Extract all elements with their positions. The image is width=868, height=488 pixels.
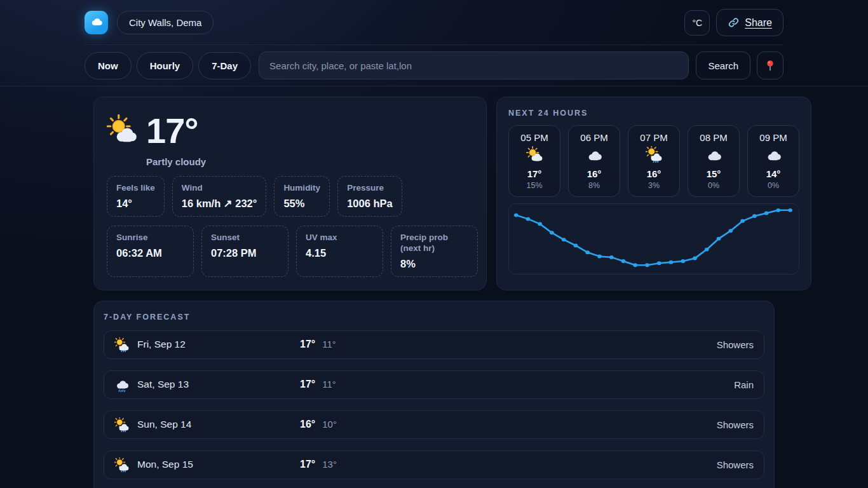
- sun-behind-rain-cloud-icon: [114, 337, 129, 352]
- cloud-icon: [90, 15, 104, 31]
- brand: City Walls, Dema: [85, 11, 214, 34]
- day-summary: Rain: [373, 379, 754, 390]
- next-24-hours-title: NEXT 24 HOURS: [508, 109, 799, 118]
- hour-chip: 07 PM 16° 3%: [628, 125, 680, 197]
- stat-feels-like: Feels like 14°: [107, 176, 165, 217]
- tab-now[interactable]: Now: [85, 52, 132, 79]
- hour-chip: 08 PM 15° 0%: [688, 125, 740, 197]
- high-temp: 16°: [300, 419, 315, 430]
- tab-hourly[interactable]: Hourly: [137, 52, 194, 79]
- low-temp: 11°: [322, 379, 336, 390]
- stat-humidity: Humidity 55%: [274, 176, 330, 217]
- stat-wind: Wind 16 km/h ↗ 232°: [172, 176, 267, 217]
- sun-behind-rain-cloud-icon: [114, 417, 129, 432]
- cloud-icon: [750, 146, 796, 165]
- tab-7day[interactable]: 7-Day: [198, 52, 251, 79]
- current-condition-text: Partly cloudy: [146, 156, 473, 167]
- seven-day-forecast-card: 7-DAY FORECAST Fri, Sep 12 17° 11° Showe…: [93, 301, 775, 488]
- forecast-row-fri: Fri, Sep 12 17° 11° Showers: [104, 330, 764, 359]
- round-pushpin-icon: [764, 59, 776, 72]
- stat-sunrise: Sunrise 06:32 AM: [107, 226, 194, 277]
- rain-cloud-icon: [114, 377, 129, 392]
- link-icon: [728, 17, 740, 29]
- forecast-row-sun: Sun, Sep 14 16° 10° Showers: [104, 410, 764, 439]
- search-input[interactable]: [259, 51, 689, 79]
- forecast-row-sat: Sat, Sep 13 17° 11° Rain: [104, 370, 764, 399]
- low-temp: 13°: [322, 459, 337, 470]
- day-summary: Showers: [373, 339, 754, 350]
- geolocate-button[interactable]: [757, 51, 783, 79]
- stat-pressure: Pressure 1006 hPa: [337, 176, 402, 217]
- sun-behind-rain-cloud-icon: [114, 458, 129, 472]
- high-temp: 17°: [300, 459, 315, 470]
- hour-chip: 09 PM 14° 0%: [747, 125, 799, 197]
- sun-behind-rain-cloud-icon: [631, 146, 677, 165]
- search-button[interactable]: Search: [696, 51, 750, 79]
- hour-chip: 05 PM 17° 15%: [508, 125, 560, 197]
- day-summary: Showers: [373, 419, 754, 430]
- day-summary: Showers: [373, 459, 754, 470]
- sun-behind-cloud-icon: [512, 146, 557, 165]
- stat-sunset: Sunset 07:28 PM: [201, 226, 288, 277]
- stats-row-2: Sunrise 06:32 AM Sunset 07:28 PM UV max …: [107, 226, 473, 277]
- seven-day-forecast-title: 7-DAY FORECAST: [104, 313, 764, 322]
- unit-toggle-button[interactable]: °C: [684, 10, 710, 36]
- high-temp: 17°: [300, 379, 315, 390]
- hourly-chips-row: 05 PM 17° 15% 06 PM 16° 8% 07 PM 16° 3% …: [508, 125, 799, 197]
- low-temp: 11°: [322, 339, 336, 349]
- cloud-icon: [691, 146, 736, 165]
- share-button[interactable]: Share: [716, 9, 783, 36]
- current-conditions-card: 17° Partly cloudy Feels like 14° Wind 16…: [93, 97, 487, 290]
- current-temperature: 17°: [146, 110, 198, 151]
- temperature-trend-chart: [508, 203, 799, 274]
- low-temp: 10°: [322, 419, 337, 430]
- sun-behind-cloud-icon: [107, 114, 137, 147]
- forecast-row-mon: Mon, Sep 15 17° 13° Showers: [104, 451, 764, 479]
- stats-row-1: Feels like 14° Wind 16 km/h ↗ 232° Humid…: [107, 176, 473, 217]
- app-header: City Walls, Dema °C Share: [0, 0, 868, 45]
- share-label: Share: [745, 17, 772, 29]
- next-24-hours-card: NEXT 24 HOURS 05 PM 17° 15% 06 PM 16° 8%…: [496, 97, 811, 290]
- cloud-icon: [571, 146, 617, 165]
- high-temp: 17°: [300, 339, 315, 350]
- location-pill: City Walls, Dema: [117, 11, 214, 34]
- app-logo: [85, 11, 108, 34]
- stat-uv-max: UV max 4.15: [296, 226, 383, 277]
- hour-chip: 06 PM 16° 8%: [568, 125, 620, 197]
- stat-precip-prob: Precip prob (next hr) 8%: [391, 226, 478, 277]
